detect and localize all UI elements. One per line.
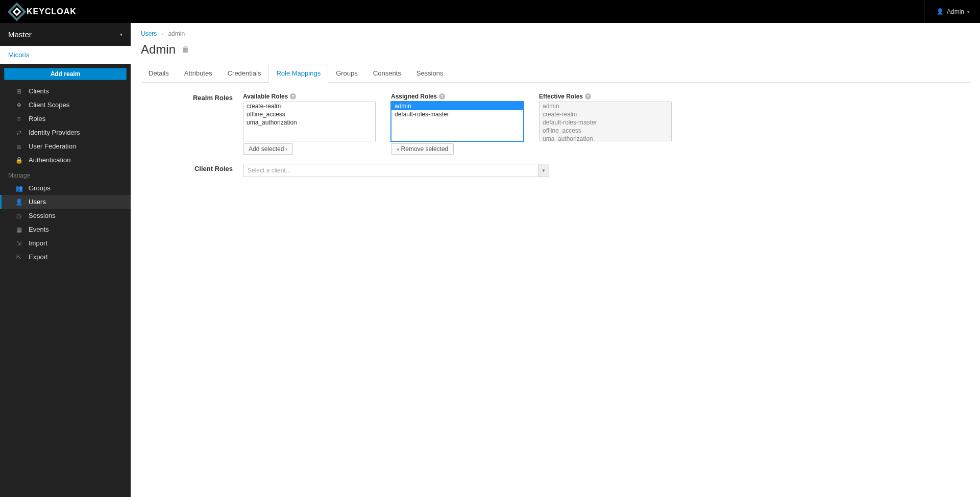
role-option[interactable]: offline_access (540, 127, 671, 135)
tab-details[interactable]: Details (141, 64, 177, 83)
sidebar-item-authentication[interactable]: 🔒Authentication (0, 153, 131, 167)
sidebar-item-icon: ⇱ (15, 254, 22, 261)
add-selected-label: Add selected (249, 145, 284, 153)
assigned-roles-listbox[interactable]: admindefault-roles-master (391, 102, 524, 141)
trash-icon[interactable]: 🗑 (182, 45, 190, 54)
sidebar-item-icon: ⇲ (15, 240, 22, 247)
role-option[interactable]: create-realm (243, 102, 375, 110)
sidebar-item-groups[interactable]: 👥Groups (0, 181, 131, 195)
sidebar-item-icon: ◷ (15, 212, 22, 219)
tab-attributes[interactable]: Attributes (177, 64, 220, 83)
tab-consents[interactable]: Consents (365, 64, 409, 83)
role-option[interactable]: uma_authorization (540, 135, 671, 141)
product-logo[interactable]: KEYCLOAK (10, 5, 77, 18)
sidebar-item-icon: ▦ (15, 226, 22, 233)
sidebar-item-identity-providers[interactable]: ⇄Identity Providers (0, 126, 131, 139)
sidebar-item-icon: ⇄ (15, 129, 22, 136)
product-name: KEYCLOAK (27, 7, 77, 16)
role-option[interactable]: admin (391, 102, 523, 110)
tab-credentials[interactable]: Credentials (220, 64, 269, 83)
account-menu[interactable]: 👤 Admin ▾ (924, 0, 970, 23)
sidebar-item-export[interactable]: ⇱Export (0, 250, 131, 264)
role-option[interactable]: uma_authorization (243, 118, 375, 127)
client-select-toggle[interactable]: ▼ (538, 164, 549, 177)
realm-selector[interactable]: Master ▾ (0, 23, 131, 46)
available-roles-listbox[interactable]: create-realmoffline_accessuma_authorizat… (243, 102, 376, 141)
effective-roles-label: Effective Roles (539, 93, 583, 100)
add-realm-label: Add realm (51, 70, 81, 78)
sidebar-item-label: Users (29, 198, 46, 206)
sidebar-item-label: Clients (29, 87, 49, 95)
client-roles-row: Client Roles Select a client... ▼ (141, 164, 970, 177)
sidebar-item-roles[interactable]: ≡Roles (0, 112, 131, 126)
sidebar-item-icon: 👤 (15, 198, 22, 206)
realm-roles-row: Realm Roles Available Roles ? create-rea… (141, 93, 970, 155)
sidebar-item-users[interactable]: 👤Users (0, 195, 131, 209)
client-roles-label: Client Roles (141, 164, 243, 172)
remove-selected-label: Remove selected (401, 145, 449, 153)
sidebar-item-icon: ≡ (15, 115, 22, 122)
chevron-down-icon: ▾ (967, 9, 970, 14)
sidebar-item-label: Identity Providers (29, 129, 80, 136)
page-title: Admin (141, 42, 176, 57)
user-icon: 👤 (937, 8, 944, 15)
page-header: Admin 🗑 (131, 40, 980, 64)
sidebar-item-label: Sessions (29, 212, 56, 219)
help-icon[interactable]: ? (585, 93, 591, 100)
breadcrumb-current: admin (168, 30, 185, 37)
sidebar-item-icon: 🔒 (15, 157, 22, 164)
effective-roles-column: Effective Roles ? admincreate-realmdefau… (539, 93, 672, 155)
content-area: Users › admin Admin 🗑 DetailsAttributesC… (131, 23, 980, 497)
sidebar-item-label: Groups (29, 184, 51, 192)
sidebar-item-label: User Federation (29, 142, 76, 150)
breadcrumb-separator-icon: › (162, 31, 163, 37)
role-option[interactable]: admin (540, 102, 671, 110)
sidebar-item-icon: ⊞ (15, 88, 22, 95)
realm-link-label: Micoris (8, 51, 29, 59)
account-menu-label: Admin (947, 8, 964, 15)
client-select-placeholder: Select a client... (243, 164, 538, 177)
client-select[interactable]: Select a client... ▼ (243, 164, 549, 177)
sidebar: Master ▾ Micoris Add realm ⊞Clients❖Clie… (0, 23, 131, 497)
realm-link[interactable]: Micoris (0, 46, 131, 64)
assigned-roles-label: Assigned Roles (391, 93, 437, 100)
sidebar-item-user-federation[interactable]: ≣User Federation (0, 139, 131, 153)
breadcrumb: Users › admin (131, 23, 980, 40)
role-option[interactable]: default-roles-master (540, 118, 671, 127)
sidebar-item-events[interactable]: ▦Events (0, 222, 131, 236)
add-realm-button[interactable]: Add realm (4, 68, 127, 80)
tab-sessions[interactable]: Sessions (409, 64, 451, 83)
effective-roles-listbox: admincreate-realmdefault-roles-masteroff… (539, 102, 672, 141)
assigned-roles-column: Assigned Roles ? admindefault-roles-mast… (391, 93, 524, 155)
caret-down-icon: ▼ (542, 168, 546, 173)
help-icon[interactable]: ? (439, 93, 445, 100)
keycloak-logo-icon (8, 2, 27, 21)
sidebar-item-icon: 👥 (15, 185, 22, 192)
help-icon[interactable]: ? (290, 93, 296, 100)
sidebar-item-label: Events (29, 226, 49, 233)
role-option[interactable]: offline_access (243, 110, 375, 118)
tabs: DetailsAttributesCredentialsRole Mapping… (141, 64, 970, 83)
available-roles-label: Available Roles (243, 93, 288, 100)
tab-groups[interactable]: Groups (328, 64, 365, 83)
breadcrumb-root-link[interactable]: Users (141, 30, 157, 37)
sidebar-item-label: Roles (29, 115, 45, 122)
topbar: KEYCLOAK 👤 Admin ▾ (0, 0, 980, 23)
sidebar-item-clients[interactable]: ⊞Clients (0, 84, 131, 98)
sidebar-item-label: Import (29, 239, 47, 247)
sidebar-item-label: Authentication (29, 156, 70, 164)
realm-roles-label: Realm Roles (141, 93, 243, 102)
role-option[interactable]: default-roles-master (391, 110, 523, 118)
sidebar-item-import[interactable]: ⇲Import (0, 236, 131, 250)
sidebar-item-label: Client Scopes (29, 101, 69, 109)
sidebar-item-label: Export (29, 253, 48, 261)
add-selected-button[interactable]: Add selected› (243, 143, 293, 155)
sidebar-item-sessions[interactable]: ◷Sessions (0, 209, 131, 222)
realm-selector-label: Master (8, 30, 32, 39)
role-option[interactable]: create-realm (540, 110, 671, 118)
tab-role-mappings[interactable]: Role Mappings (268, 64, 328, 83)
chevron-down-icon: ▾ (120, 32, 122, 37)
sidebar-item-client-scopes[interactable]: ❖Client Scopes (0, 98, 131, 112)
remove-selected-button[interactable]: «Remove selected (391, 143, 454, 155)
chevron-left-icon: « (397, 146, 400, 152)
